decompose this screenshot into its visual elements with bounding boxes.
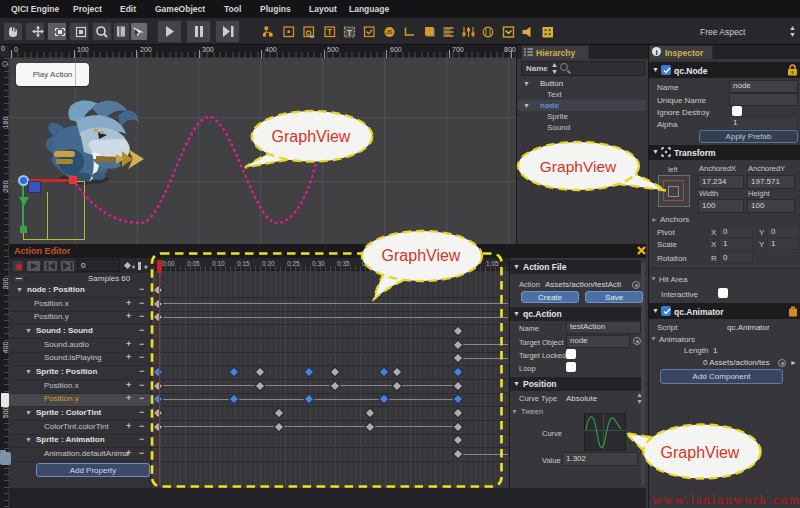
svg-text:GraphView: GraphView: [540, 158, 617, 175]
svg-text:GraphView: GraphView: [382, 247, 461, 264]
svg-text:GraphView: GraphView: [272, 128, 351, 145]
svg-text:GraphView: GraphView: [661, 444, 740, 461]
